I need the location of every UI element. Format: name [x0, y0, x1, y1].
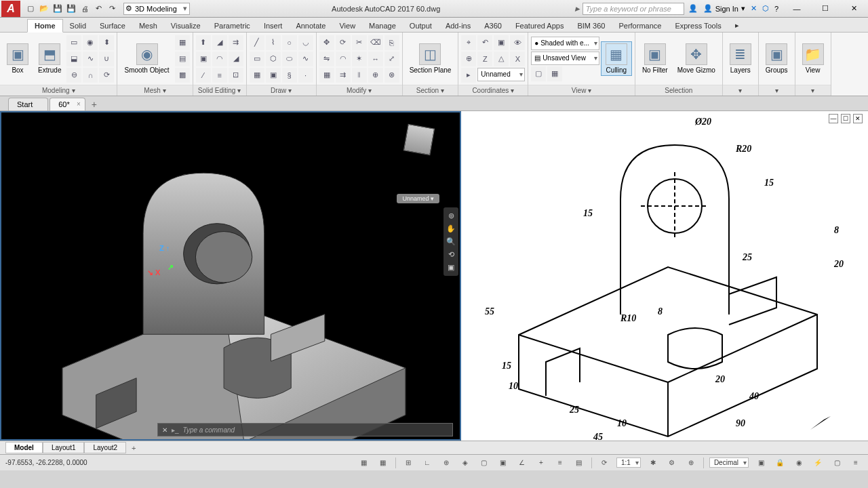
- ucs-named-combo[interactable]: Unnamed: [477, 68, 525, 81]
- command-line[interactable]: ✕ ▸_ Type a command: [157, 423, 453, 436]
- tab-insert[interactable]: Insert: [257, 20, 290, 32]
- workspace-icon[interactable]: ⚙: [665, 457, 679, 469]
- redo-icon[interactable]: ↷: [106, 3, 118, 15]
- ucs-icon-icon[interactable]: ▸: [461, 68, 476, 83]
- subtract-icon[interactable]: ⊖: [66, 68, 81, 83]
- tab-express-tools[interactable]: Express Tools: [668, 20, 728, 32]
- smooth-object-button[interactable]: ◉Smooth Object: [120, 42, 173, 75]
- offset-icon[interactable]: ⇉: [336, 68, 351, 83]
- layout-tab-model[interactable]: Model: [5, 442, 43, 453]
- polygon-icon[interactable]: ⬡: [266, 52, 281, 66]
- tab-visualize[interactable]: Visualize: [164, 20, 208, 32]
- sweep-icon[interactable]: ∿: [83, 52, 98, 66]
- save-icon[interactable]: 💾: [52, 3, 64, 15]
- 3drotate-icon[interactable]: ⊗: [384, 68, 399, 83]
- mesh-more-icon[interactable]: ▦: [175, 35, 190, 50]
- union-icon[interactable]: ∪: [99, 52, 114, 66]
- copy-icon[interactable]: ⎘: [384, 35, 399, 50]
- rotate-icon[interactable]: ⟳: [336, 35, 351, 50]
- panel-layers-title[interactable]: ▾: [723, 85, 758, 96]
- lock-ui-icon[interactable]: 🔒: [773, 457, 787, 469]
- ucs-origin-icon[interactable]: ⊕: [461, 52, 476, 66]
- file-tab-start[interactable]: Start: [8, 98, 48, 110]
- mesh-refine-icon[interactable]: ▩: [175, 68, 190, 83]
- signin-button[interactable]: 👤 Sign In ▾: [703, 4, 745, 13]
- full-nav-icon[interactable]: ⊚: [445, 211, 457, 220]
- helix-icon[interactable]: §: [282, 68, 297, 83]
- ucs-face-icon[interactable]: ▣: [494, 35, 509, 50]
- close-button[interactable]: ✕: [840, 1, 868, 17]
- ucs-x-icon[interactable]: X: [510, 52, 525, 66]
- tab-overflow-icon[interactable]: ▸: [728, 19, 746, 32]
- units-combo[interactable]: Decimal: [709, 458, 749, 468]
- orbit-icon[interactable]: ⟲: [445, 250, 457, 259]
- revolve-icon[interactable]: ◉: [83, 35, 98, 50]
- dyn-input-icon[interactable]: +: [534, 457, 548, 469]
- scale-icon[interactable]: ⤢: [384, 52, 399, 66]
- solid-history-icon[interactable]: ⟳: [99, 68, 114, 83]
- viewport-config-icon[interactable]: ▦: [547, 66, 562, 81]
- panel-view2-title[interactable]: ▾: [795, 85, 831, 96]
- anno-monitor-icon[interactable]: ⊕: [684, 457, 698, 469]
- chamfer-edge-icon[interactable]: ◢: [229, 52, 243, 66]
- extrude-button[interactable]: ⬒Extrude: [34, 42, 65, 75]
- line-icon[interactable]: ╱: [250, 35, 264, 50]
- fillet-edge-icon[interactable]: ◠: [212, 52, 227, 66]
- shell-icon[interactable]: ▣: [196, 52, 211, 66]
- saveas-icon[interactable]: 💾: [65, 3, 77, 15]
- viewport-single-icon[interactable]: ▢: [531, 66, 546, 81]
- fillet-icon[interactable]: ◠: [336, 52, 351, 66]
- 3dmove-icon[interactable]: ⊕: [368, 68, 383, 83]
- visual-style-combo[interactable]: ● Shaded with e...: [531, 37, 599, 50]
- rectangle-icon[interactable]: ▭: [250, 52, 264, 66]
- tab-solid[interactable]: Solid: [63, 20, 93, 32]
- customize-icon[interactable]: ≡: [849, 457, 863, 469]
- tab-addins[interactable]: Add-ins: [439, 20, 477, 32]
- close-icon[interactable]: ×: [77, 100, 81, 108]
- vp-max-icon[interactable]: ☐: [841, 114, 850, 123]
- panel-modeling-title[interactable]: Modeling▾: [0, 85, 117, 96]
- ucs-world-icon[interactable]: ⌖: [461, 35, 476, 50]
- ellipse-icon[interactable]: ⬭: [282, 52, 297, 66]
- tab-bim360[interactable]: BIM 360: [570, 20, 612, 32]
- tab-annotate[interactable]: Annotate: [289, 20, 332, 32]
- offset-face-icon[interactable]: ⇉: [229, 35, 243, 50]
- tab-featured-apps[interactable]: Featured Apps: [509, 20, 571, 32]
- help-icon[interactable]: ?: [774, 5, 778, 13]
- layers-button[interactable]: ≣Layers: [726, 42, 755, 75]
- search-input[interactable]: Type a keyword or phrase: [583, 3, 684, 15]
- box-button[interactable]: ▣Box: [3, 42, 33, 75]
- panel-solidedit-title[interactable]: Solid Editing▾: [193, 85, 246, 96]
- mirror-icon[interactable]: ⇋: [319, 52, 334, 66]
- point-icon[interactable]: ·: [298, 68, 313, 83]
- vp-min-icon[interactable]: —: [829, 114, 838, 123]
- panel-groups-title[interactable]: ▾: [759, 85, 795, 96]
- layout-tab-1[interactable]: Layout1: [43, 442, 85, 453]
- presspull-icon[interactable]: ⬍: [99, 35, 114, 50]
- tab-performance[interactable]: Performance: [612, 20, 668, 32]
- trim-icon[interactable]: ✂: [352, 35, 367, 50]
- taper-face-icon[interactable]: ◢: [212, 35, 227, 50]
- align-icon[interactable]: ⫴: [352, 68, 367, 83]
- panel-mesh-title[interactable]: Mesh▾: [117, 85, 192, 96]
- app-logo-icon[interactable]: A: [1, 1, 20, 17]
- intersect-icon[interactable]: ∩: [83, 68, 98, 83]
- loft-icon[interactable]: ⬓: [66, 52, 81, 66]
- ucs-z-icon[interactable]: Z: [477, 52, 492, 66]
- tab-parametric[interactable]: Parametric: [208, 20, 257, 32]
- culling-button[interactable]: ▦Culling: [601, 41, 632, 76]
- viewport-2d[interactable]: — ☐ ✕: [461, 111, 868, 441]
- ucs-view-icon[interactable]: 👁: [510, 35, 525, 50]
- tab-surface[interactable]: Surface: [93, 20, 132, 32]
- anno-visibility-icon[interactable]: ✱: [646, 457, 660, 469]
- exchange-icon[interactable]: ✕: [751, 4, 757, 13]
- tab-output[interactable]: Output: [403, 20, 439, 32]
- view-button[interactable]: 📁View: [798, 42, 828, 75]
- panel-view-title[interactable]: View▾: [528, 85, 635, 96]
- transparency-icon[interactable]: ▤: [572, 457, 586, 469]
- ortho-icon[interactable]: ∟: [420, 457, 434, 469]
- otrack-icon[interactable]: ∠: [515, 457, 529, 469]
- lineweight-icon[interactable]: ≡: [553, 457, 567, 469]
- spline-icon[interactable]: ∿: [298, 52, 313, 66]
- view-unnamed-chip[interactable]: Unnamed ▾: [397, 194, 439, 203]
